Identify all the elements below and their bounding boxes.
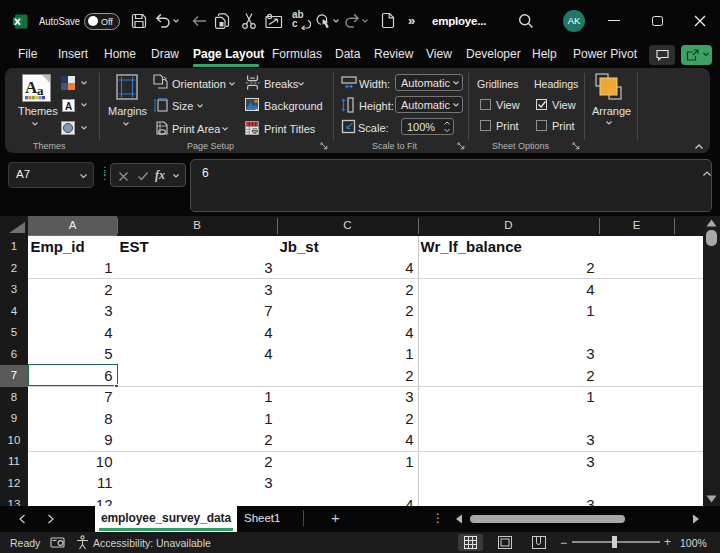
svg-text:A: A <box>65 101 72 112</box>
svg-text:a: a <box>37 83 44 98</box>
